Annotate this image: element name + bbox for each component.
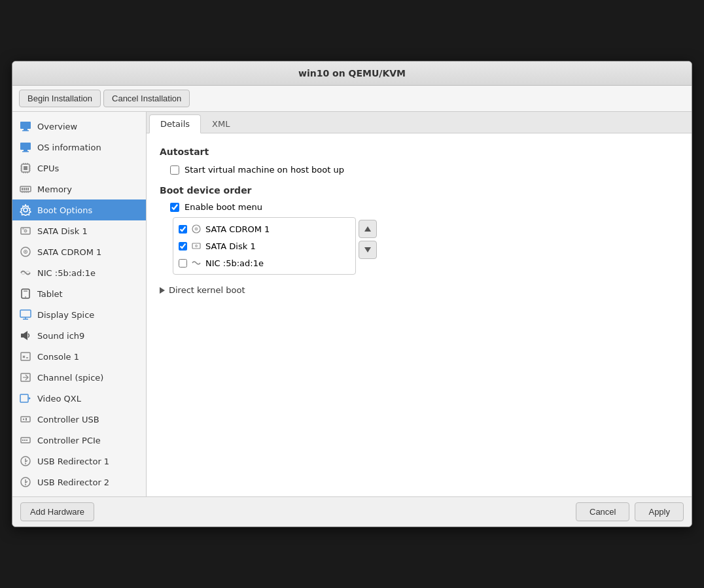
- sidebar-item-video-qxl[interactable]: Video QXL: [12, 388, 146, 409]
- channel-icon: [19, 371, 32, 384]
- sidebar-item-controller-pcie[interactable]: Controller PCIe: [12, 430, 146, 451]
- content-area: Details XML Autostart Start virtual mach…: [147, 112, 692, 496]
- sidebar-item-tablet[interactable]: Tablet: [12, 283, 146, 304]
- svg-rect-60: [26, 440, 27, 441]
- footer-left: Add Hardware: [20, 502, 94, 521]
- boot-move-down-button[interactable]: [359, 241, 377, 259]
- sidebar-item-overview[interactable]: Overview: [12, 116, 146, 137]
- sidebar-item-sata-cdrom-1[interactable]: SATA CDROM 1: [12, 241, 146, 262]
- disk-icon: [19, 224, 32, 237]
- sidebar-item-overview-label: Overview: [37, 122, 77, 131]
- sidebar-item-sound-ich9[interactable]: Sound ich9: [12, 325, 146, 346]
- boot-device-order-title: Boot device order: [160, 185, 678, 196]
- boot-list-item[interactable]: SATA Disk 1: [173, 237, 355, 254]
- svg-rect-1: [24, 129, 27, 130]
- enable-boot-menu-label: Enable boot menu: [185, 202, 262, 212]
- console-icon: [19, 350, 32, 363]
- content-body: Autostart Start virtual machine on host …: [147, 133, 692, 496]
- memory-icon: [19, 182, 32, 196]
- sidebar-item-cpus-label: CPUs: [37, 164, 59, 173]
- add-hardware-button[interactable]: Add Hardware: [20, 502, 94, 521]
- monitor-icon: [19, 120, 32, 133]
- svg-point-54: [23, 419, 24, 420]
- boot-disk-label: SATA Disk 1: [205, 241, 256, 251]
- sidebar-item-os-label: OS information: [37, 143, 101, 152]
- svg-rect-21: [22, 188, 23, 190]
- boot-list: SATA CDROM 1 SATA Disk 1: [173, 218, 355, 274]
- gear-icon: [19, 203, 32, 216]
- nic-icon: [19, 266, 32, 279]
- sidebar-item-memory-label: Memory: [37, 184, 72, 194]
- boot-nic-checkbox[interactable]: [179, 259, 187, 268]
- sidebar-item-usb-redirector-2[interactable]: USB Redirector 2: [12, 472, 146, 493]
- footer-right: Cancel Apply: [576, 502, 684, 521]
- sidebar-item-display-label: Display Spice: [37, 310, 94, 320]
- info-icon: [19, 141, 32, 154]
- apply-button[interactable]: Apply: [635, 502, 684, 521]
- sidebar-item-sound-label: Sound ich9: [37, 331, 84, 341]
- svg-marker-72: [364, 247, 371, 252]
- tab-xml[interactable]: XML: [201, 114, 241, 133]
- sidebar-item-console-1[interactable]: Console 1: [12, 346, 146, 367]
- usb-redirector-1-icon: [19, 455, 32, 468]
- boot-move-up-button[interactable]: [359, 220, 377, 238]
- boot-arrows: [356, 217, 379, 262]
- sidebar-item-console-label: Console 1: [37, 352, 79, 362]
- sidebar-item-controller-usb[interactable]: Controller USB: [12, 409, 146, 430]
- cpu-icon: [19, 162, 32, 175]
- svg-marker-44: [24, 331, 27, 340]
- titlebar: win10 on QEMU/KVM: [12, 61, 692, 86]
- enable-boot-menu-checkbox[interactable]: [170, 203, 179, 212]
- start-vm-row: Start virtual machine on host boot up: [170, 165, 678, 175]
- svg-rect-58: [22, 440, 24, 441]
- svg-point-38: [25, 296, 26, 298]
- sidebar-item-os-information[interactable]: OS information: [12, 137, 146, 158]
- tablet-icon: [19, 287, 32, 300]
- autostart-section-title: Autostart: [160, 147, 678, 157]
- svg-rect-22: [24, 188, 25, 190]
- boot-list-item[interactable]: NIC :5b:ad:1e: [173, 254, 355, 271]
- video-icon: [19, 392, 32, 405]
- start-vm-checkbox[interactable]: [170, 165, 179, 175]
- svg-rect-59: [24, 440, 26, 441]
- direct-kernel-boot-row[interactable]: Direct kernel boot: [160, 285, 678, 295]
- svg-rect-23: [26, 188, 27, 190]
- boot-cdrom-checkbox[interactable]: [179, 225, 187, 233]
- main-window: win10 on QEMU/KVM Begin Installation Can…: [12, 61, 692, 527]
- sidebar-item-tablet-label: Tablet: [37, 289, 63, 299]
- sidebar-item-cpus[interactable]: CPUs: [12, 158, 146, 179]
- cancel-button[interactable]: Cancel: [576, 502, 629, 521]
- tabs-bar: Details XML: [147, 112, 692, 133]
- cdrom-icon: [19, 245, 32, 258]
- svg-point-36: [25, 251, 26, 252]
- boot-disk-icon: [191, 241, 202, 251]
- svg-rect-2: [22, 130, 29, 131]
- svg-point-29: [24, 208, 27, 212]
- sidebar-item-video-label: Video QXL: [37, 394, 81, 404]
- boot-list-container: SATA CDROM 1 SATA Disk 1: [173, 217, 356, 275]
- svg-point-67: [196, 228, 197, 230]
- svg-point-70: [196, 246, 197, 247]
- sidebar-item-nic[interactable]: NIC :5b:ad:1e: [12, 262, 146, 283]
- boot-disk-checkbox[interactable]: [179, 242, 187, 251]
- sidebar-item-usb-redirector-1[interactable]: USB Redirector 1: [12, 451, 146, 472]
- svg-point-32: [25, 230, 26, 231]
- sidebar-item-channel-spice[interactable]: Channel (spice): [12, 367, 146, 388]
- boot-list-wrapper: SATA CDROM 1 SATA Disk 1: [173, 217, 678, 275]
- sound-icon: [19, 329, 32, 342]
- boot-nic-icon: [191, 258, 202, 268]
- svg-rect-7: [24, 166, 27, 170]
- boot-list-item[interactable]: SATA CDROM 1: [173, 220, 355, 237]
- tab-details[interactable]: Details: [149, 114, 201, 133]
- expand-icon: [160, 287, 165, 294]
- enable-boot-menu-row: Enable boot menu: [170, 202, 678, 212]
- sidebar-item-boot-options[interactable]: Boot Options: [12, 199, 146, 220]
- cancel-installation-button[interactable]: Cancel Installation: [103, 90, 190, 107]
- sidebar-item-memory[interactable]: Memory: [12, 179, 146, 199]
- begin-installation-button[interactable]: Begin Installation: [19, 90, 101, 107]
- sidebar-item-display-spice[interactable]: Display Spice: [12, 304, 146, 325]
- window-title: win10 on QEMU/KVM: [298, 68, 406, 78]
- svg-rect-51: [20, 394, 28, 402]
- sidebar-item-sata-disk-1[interactable]: SATA Disk 1: [12, 220, 146, 241]
- sidebar-item-usb-red-2-label: USB Redirector 2: [37, 477, 109, 487]
